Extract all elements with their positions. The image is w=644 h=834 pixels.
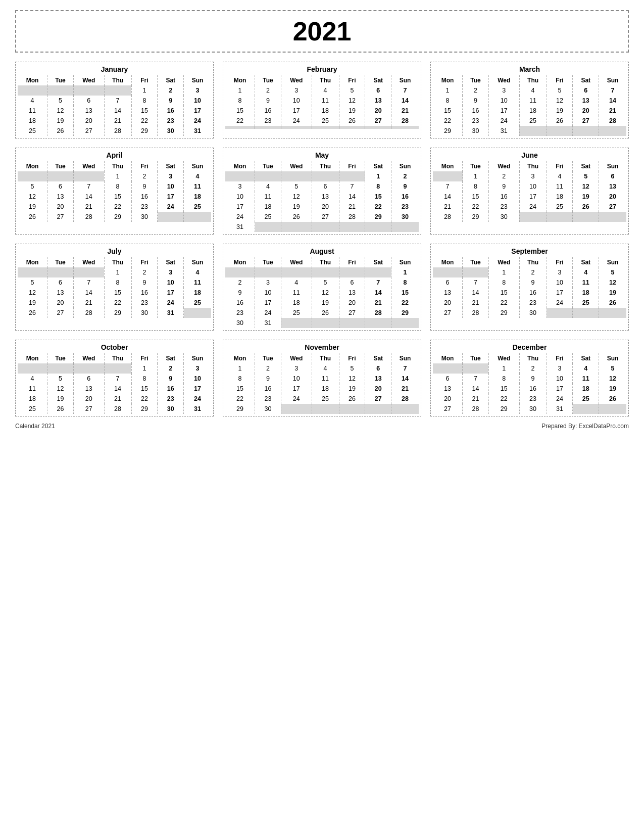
day-cell	[281, 126, 312, 129]
day-cell: 6	[599, 171, 626, 181]
day-cell: 17	[255, 298, 281, 308]
week-row	[225, 126, 419, 129]
day-cell: 17	[519, 192, 547, 202]
day-header-sat: Sat	[158, 353, 184, 363]
day-cell: 9	[519, 277, 547, 288]
day-cell: 6	[47, 277, 74, 288]
day-cell: 31	[158, 308, 184, 318]
day-cell	[339, 222, 365, 232]
day-header-wed: Wed	[488, 353, 519, 363]
day-cell: 22	[225, 116, 255, 126]
day-cell: 26	[599, 298, 626, 308]
day-cell: 7	[73, 181, 104, 192]
day-header-tue: Tue	[255, 257, 281, 267]
day-header-thu: Thu	[104, 75, 131, 85]
day-cell: 11	[573, 374, 599, 384]
day-cell: 8	[463, 181, 489, 192]
day-cell: 3	[488, 85, 519, 96]
day-cell: 29	[131, 404, 158, 414]
day-header-mon: Mon	[18, 353, 47, 363]
day-cell	[433, 267, 463, 277]
day-cell: 4	[281, 277, 312, 288]
week-row: 891011121314	[433, 96, 626, 106]
day-cell: 31	[547, 404, 573, 414]
day-cell: 10	[225, 192, 255, 202]
day-cell: 11	[184, 277, 211, 288]
day-cell: 15	[391, 288, 419, 298]
day-cell: 31	[225, 222, 255, 232]
day-cell	[73, 171, 104, 181]
day-cell: 20	[47, 202, 74, 212]
day-header-tue: Tue	[463, 353, 489, 363]
day-cell: 15	[131, 106, 158, 116]
day-cell	[547, 126, 573, 136]
month-september: SeptemberMonTueWedThuFriSatSun1234567891…	[430, 244, 629, 331]
day-header-thu: Thu	[519, 75, 547, 85]
day-cell: 1	[365, 171, 391, 181]
day-cell: 5	[339, 363, 365, 374]
day-header-sun: Sun	[391, 353, 419, 363]
day-cell: 7	[599, 85, 626, 96]
day-cell: 7	[104, 374, 131, 384]
year-title: 2021	[15, 10, 629, 53]
day-cell: 8	[488, 374, 519, 384]
day-cell: 8	[104, 277, 131, 288]
month-table: MonTueWedThuFriSatSun1234567891011121314…	[18, 257, 211, 318]
week-row: 27282930	[433, 308, 626, 318]
day-cell: 10	[281, 96, 312, 106]
day-cell: 11	[547, 181, 573, 192]
week-row: 25262728293031	[18, 126, 211, 136]
day-cell: 28	[73, 308, 104, 318]
day-cell: 21	[391, 106, 419, 116]
day-cell: 11	[312, 96, 339, 106]
day-cell: 5	[47, 374, 74, 384]
day-cell: 21	[599, 106, 626, 116]
day-cell: 19	[547, 106, 573, 116]
day-cell: 20	[73, 116, 104, 126]
day-cell	[184, 212, 211, 222]
day-header-thu: Thu	[312, 161, 339, 171]
day-header-wed: Wed	[281, 161, 312, 171]
week-row: 22232425262728	[225, 116, 419, 126]
day-cell: 30	[255, 404, 281, 414]
day-cell: 7	[463, 374, 489, 384]
day-cell: 4	[312, 363, 339, 374]
day-cell: 28	[365, 308, 391, 318]
day-cell: 22	[104, 202, 131, 212]
day-cell: 8	[225, 96, 255, 106]
day-header-sat: Sat	[158, 75, 184, 85]
day-cell	[312, 171, 339, 181]
day-header-thu: Thu	[519, 161, 547, 171]
day-header-fri: Fri	[547, 75, 573, 85]
day-header-sat: Sat	[573, 257, 599, 267]
day-cell: 14	[599, 96, 626, 106]
week-row: 2728293031	[433, 404, 626, 414]
day-cell: 23	[519, 298, 547, 308]
day-cell: 14	[104, 106, 131, 116]
day-cell: 1	[131, 363, 158, 374]
day-cell: 22	[225, 394, 255, 404]
day-cell: 25	[184, 298, 211, 308]
day-cell: 22	[391, 298, 419, 308]
week-row: 19202122232425	[18, 298, 211, 308]
day-cell: 22	[131, 394, 158, 404]
day-cell: 16	[158, 106, 184, 116]
day-cell: 5	[339, 85, 365, 96]
day-cell: 18	[547, 192, 573, 202]
day-cell: 7	[339, 181, 365, 192]
day-cell: 2	[391, 171, 419, 181]
day-cell: 25	[18, 126, 47, 136]
day-cell	[225, 126, 255, 129]
week-row: 15161718192021	[433, 106, 626, 116]
day-cell	[339, 171, 365, 181]
day-cell: 15	[433, 106, 463, 116]
day-cell: 6	[365, 363, 391, 374]
day-cell: 12	[573, 181, 599, 192]
week-row: 2930	[225, 404, 419, 414]
day-cell: 23	[131, 202, 158, 212]
day-cell: 23	[131, 298, 158, 308]
day-cell: 16	[255, 106, 281, 116]
day-cell: 9	[225, 288, 255, 298]
day-cell	[18, 267, 47, 277]
day-header-fri: Fri	[339, 257, 365, 267]
